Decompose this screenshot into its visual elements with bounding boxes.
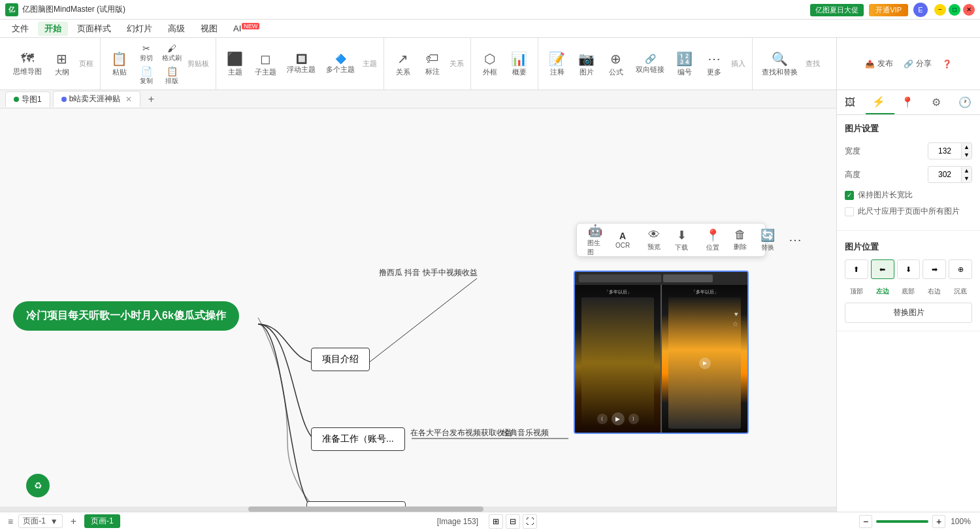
tool-btn-format[interactable]: 🖌 格式刷 (159, 42, 185, 63)
publish-btn[interactable]: 📤 发布 (860, 56, 898, 72)
tool-btn-subtopic[interactable]: ◻ 子主题 (250, 48, 282, 79)
tool-btn-number[interactable]: 🔢 编号 (670, 48, 699, 79)
fullscreen-btn[interactable]: ⛶ (523, 514, 537, 529)
tool-btn-copy[interactable]: 📄 复制 (134, 65, 159, 86)
menu-item-ai[interactable]: AINEW (227, 22, 266, 35)
svg-line-0 (368, 278, 477, 363)
image-preview[interactable]: 「多年以后」 ⟨ ▶ ⟩ 「多年以后」 ▶ ♥ (574, 271, 749, 434)
pos-left-icon: ⬅ (879, 265, 885, 274)
share-btn[interactable]: 🔗 分享 (898, 56, 937, 72)
add-tab-button[interactable]: + (143, 91, 159, 107)
tool-btn-paste[interactable]: 📋 粘贴 (105, 48, 134, 79)
pos-bottom[interactable]: ⬇ (897, 259, 921, 279)
width-up[interactable]: ▲ (961, 143, 972, 151)
list-view-btn[interactable]: ⊟ (506, 514, 520, 529)
zoom-slider[interactable] (876, 520, 928, 523)
tool-btn-outline[interactable]: ⊞ 大纲 (47, 48, 76, 79)
tab1-dot (14, 97, 19, 102)
float-btn-position[interactable]: 📍 位置 (700, 225, 726, 255)
relation-section-label: 关系 (447, 58, 466, 70)
menu-item-view[interactable]: 视图 (194, 22, 224, 36)
zoom-in-btn[interactable]: + (932, 515, 945, 528)
apply-all-checkbox[interactable] (845, 207, 854, 216)
menu-item-slides[interactable]: 幻灯片 (120, 22, 159, 36)
aspect-ratio-checkbox[interactable]: ✓ (845, 191, 854, 200)
canvas-area[interactable]: 冷门项目每天听歌一小时月入6k傻瓜式操作 撸西瓜 抖音 快手中视频收益 项目介绍… (0, 108, 836, 512)
height-input[interactable]: ▲ ▼ (928, 166, 972, 183)
tab2-close[interactable]: ✕ (125, 95, 132, 104)
branch-text-intro: 撸西瓜 抖音 快手中视频收益 (379, 267, 478, 278)
tool-btn-multi-topic[interactable]: 🔷 多个主题 (321, 51, 360, 76)
vip-button[interactable]: 开通VIP (869, 4, 908, 16)
page-name-tab[interactable]: 页画-1 (84, 514, 120, 528)
annotation-label: 标注 (425, 67, 440, 76)
page-selector[interactable]: 页面-1 ▼ (18, 514, 63, 528)
grid-view-btn[interactable]: ⊞ (489, 514, 503, 529)
panel-tab-position[interactable]: 📍 (894, 90, 923, 114)
width-value[interactable] (928, 144, 961, 157)
zoom-out-btn[interactable]: − (859, 515, 872, 528)
pos-right-icon: ➡ (932, 265, 938, 274)
replace-image-button[interactable]: 替换图片 (845, 303, 972, 323)
menu-item-start[interactable]: 开始 (38, 22, 68, 36)
collapse-btn[interactable]: ≡ (8, 516, 13, 527)
panel-tab-image[interactable]: 🖼 (837, 90, 866, 114)
tool-btn-float-topic[interactable]: 🔲 浮动主题 (282, 51, 321, 76)
floating-music-button[interactable]: ♻ (26, 474, 50, 497)
tab-bsite[interactable]: b站卖天涯神贴 ✕ (53, 91, 141, 107)
float-btn-preview[interactable]: 👁 预览 (641, 225, 667, 254)
user-avatar[interactable]: E (913, 3, 928, 17)
bidirectional-icon: 🔗 (645, 54, 656, 64)
node-intro[interactable]: 项目介绍 (311, 348, 370, 371)
tool-btn-topic[interactable]: ⬛ 主题 (220, 48, 250, 79)
float-btn-replace[interactable]: 🔄 替换 (755, 225, 781, 255)
menu-item-page-style[interactable]: 页面样式 (71, 22, 118, 36)
tool-btn-comment[interactable]: 📝 注释 (542, 48, 572, 79)
preview-icon: 👁 (648, 228, 660, 242)
menu-item-file[interactable]: 文件 (5, 22, 35, 36)
help-btn[interactable]: ❓ (937, 57, 957, 71)
horizontal-scrollbar[interactable] (0, 506, 836, 512)
height-up[interactable]: ▲ (961, 167, 972, 174)
height-down[interactable]: ▼ (961, 174, 972, 182)
pos-label-left: 左边 (871, 287, 894, 296)
width-input[interactable]: ▲ ▼ (928, 142, 972, 159)
search-icon: 🔍 (772, 51, 788, 67)
tab-diagram1[interactable]: 导图1 (5, 91, 50, 107)
pos-bottom2-icon: ⊕ (958, 265, 964, 274)
pos-top[interactable]: ⬆ (845, 259, 868, 279)
panel-tab-style[interactable]: ⚡ (866, 90, 894, 114)
width-down[interactable]: ▼ (961, 151, 972, 159)
pos-right[interactable]: ➡ (923, 259, 946, 279)
float-btn-ocr[interactable]: A OCR (610, 228, 636, 252)
tool-btn-layout[interactable]: 📋 排版 (159, 65, 185, 86)
root-node[interactable]: 冷门项目每天听歌一小时月入6k傻瓜式操作 (13, 301, 239, 331)
menu-item-advanced[interactable]: 高级 (161, 22, 191, 36)
tool-btn-cut[interactable]: ✂ 剪切 (134, 42, 159, 63)
tool-btn-summary[interactable]: 📊 概要 (504, 48, 534, 79)
aspect-ratio-row: ✓ 保持图片长宽比 (845, 190, 972, 201)
scrollbar-thumb[interactable] (248, 506, 483, 512)
tool-btn-annotation[interactable]: 🏷 标注 (417, 48, 447, 78)
page-add-btn[interactable]: + (68, 516, 79, 527)
pos-left[interactable]: ⬅ (871, 259, 894, 279)
float-btn-ai-generate[interactable]: 🤖 图生图 (582, 221, 608, 259)
panel-tab-settings[interactable]: ⚙ (923, 90, 951, 114)
float-more-btn[interactable]: ⋯ (786, 229, 804, 250)
tool-btn-formula[interactable]: ⊕ 公式 (601, 48, 630, 79)
tool-btn-frame[interactable]: ⬡ 外框 (475, 48, 504, 79)
frame-icon: ⬡ (484, 51, 495, 67)
node-prep[interactable]: 准备工作（账号... (311, 427, 405, 451)
tool-btn-more[interactable]: ⋯ 更多 (699, 48, 728, 79)
tool-btn-relation[interactable]: ↗ 关系 (388, 48, 417, 79)
layout-icon: 📋 (167, 66, 178, 76)
tool-btn-search[interactable]: 🔍 查找和替换 (757, 48, 803, 79)
tool-btn-image[interactable]: 📷 图片 (572, 48, 601, 79)
pos-bottom2[interactable]: ⊕ (949, 259, 972, 279)
float-btn-download[interactable]: ⬇ 下载 (668, 225, 694, 255)
panel-tab-history[interactable]: 🕐 (951, 90, 980, 114)
tool-btn-bidirectional[interactable]: 🔗 双向链接 (630, 51, 670, 76)
height-value[interactable] (928, 168, 961, 181)
float-btn-delete[interactable]: 🗑 删除 (727, 225, 753, 254)
tool-btn-mindmap[interactable]: 🗺 思维导图 (8, 48, 47, 78)
